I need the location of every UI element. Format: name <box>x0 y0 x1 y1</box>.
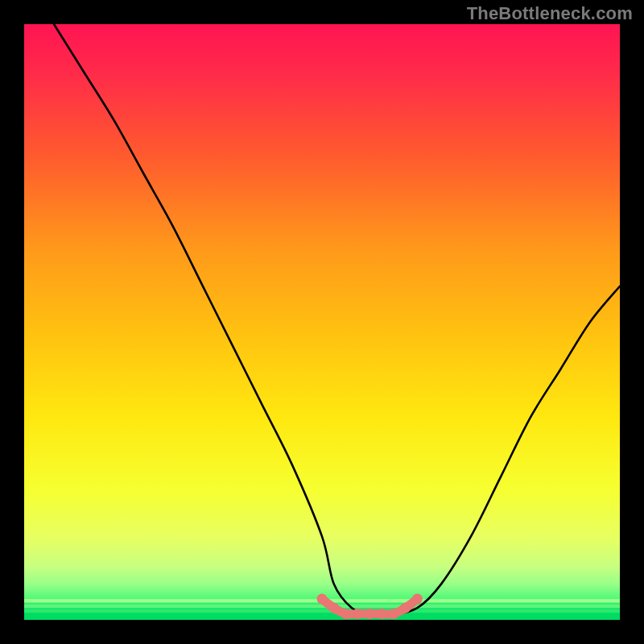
optimal-region-dot <box>377 609 387 619</box>
watermark-label: TheBottleneck.com <box>467 3 633 24</box>
optimal-region-dot <box>353 609 363 619</box>
gradient-band <box>24 614 620 620</box>
chart-frame: TheBottleneck.com <box>0 0 644 644</box>
optimal-region-dot <box>388 609 398 619</box>
optimal-region-dot <box>317 594 328 605</box>
gradient-band <box>24 605 620 608</box>
plot-area <box>24 24 620 620</box>
optimal-region-dot <box>328 603 339 613</box>
optimal-region-dot <box>412 594 423 605</box>
optimal-region-dot <box>400 603 411 613</box>
optimal-region-dot <box>365 609 375 619</box>
plot-svg <box>24 24 620 620</box>
gradient-band <box>24 609 620 613</box>
gradient-background <box>24 24 620 620</box>
optimal-region-dot <box>341 609 351 619</box>
